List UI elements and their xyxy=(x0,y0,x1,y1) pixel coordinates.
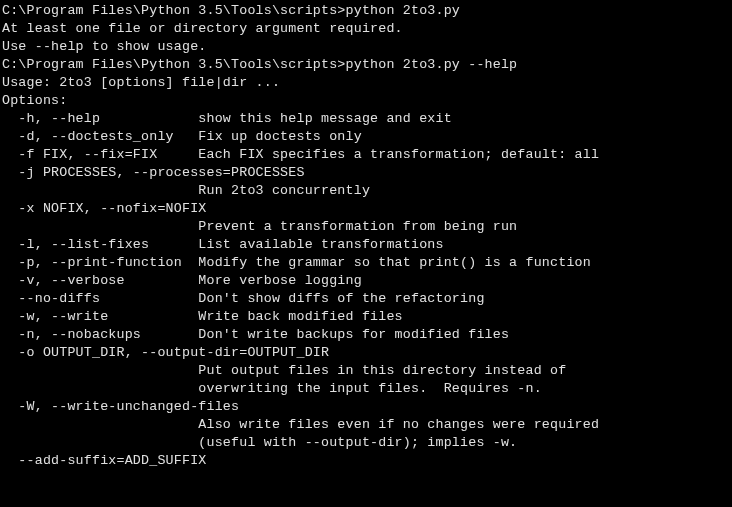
terminal-line: -p, --print-function Modify the grammar … xyxy=(2,254,730,272)
terminal-line: Prevent a transformation from being run xyxy=(2,218,730,236)
terminal-line: --no-diffs Don't show diffs of the refac… xyxy=(2,290,730,308)
terminal-line: -W, --write-unchanged-files xyxy=(2,398,730,416)
terminal-line: -x NOFIX, --nofix=NOFIX xyxy=(2,200,730,218)
terminal-line: C:\Program Files\Python 3.5\Tools\script… xyxy=(2,2,730,20)
terminal-line: -o OUTPUT_DIR, --output-dir=OUTPUT_DIR xyxy=(2,344,730,362)
terminal-line: Usage: 2to3 [options] file|dir ... xyxy=(2,74,730,92)
terminal-output[interactable]: C:\Program Files\Python 3.5\Tools\script… xyxy=(0,0,732,472)
terminal-line: -j PROCESSES, --processes=PROCESSES xyxy=(2,164,730,182)
terminal-line: Run 2to3 concurrently xyxy=(2,182,730,200)
terminal-line: -f FIX, --fix=FIX Each FIX specifies a t… xyxy=(2,146,730,164)
terminal-line: -n, --nobackups Don't write backups for … xyxy=(2,326,730,344)
terminal-line: Options: xyxy=(2,92,730,110)
terminal-line: overwriting the input files. Requires -n… xyxy=(2,380,730,398)
terminal-line: -w, --write Write back modified files xyxy=(2,308,730,326)
terminal-line: Put output files in this directory inste… xyxy=(2,362,730,380)
terminal-line: At least one file or directory argument … xyxy=(2,20,730,38)
terminal-line: Use --help to show usage. xyxy=(2,38,730,56)
terminal-line: (useful with --output-dir); implies -w. xyxy=(2,434,730,452)
terminal-line: Also write files even if no changes were… xyxy=(2,416,730,434)
terminal-line: -v, --verbose More verbose logging xyxy=(2,272,730,290)
terminal-line: -d, --doctests_only Fix up doctests only xyxy=(2,128,730,146)
terminal-line: --add-suffix=ADD_SUFFIX xyxy=(2,452,730,470)
terminal-line: C:\Program Files\Python 3.5\Tools\script… xyxy=(2,56,730,74)
terminal-line: -h, --help show this help message and ex… xyxy=(2,110,730,128)
terminal-line: -l, --list-fixes List available transfor… xyxy=(2,236,730,254)
